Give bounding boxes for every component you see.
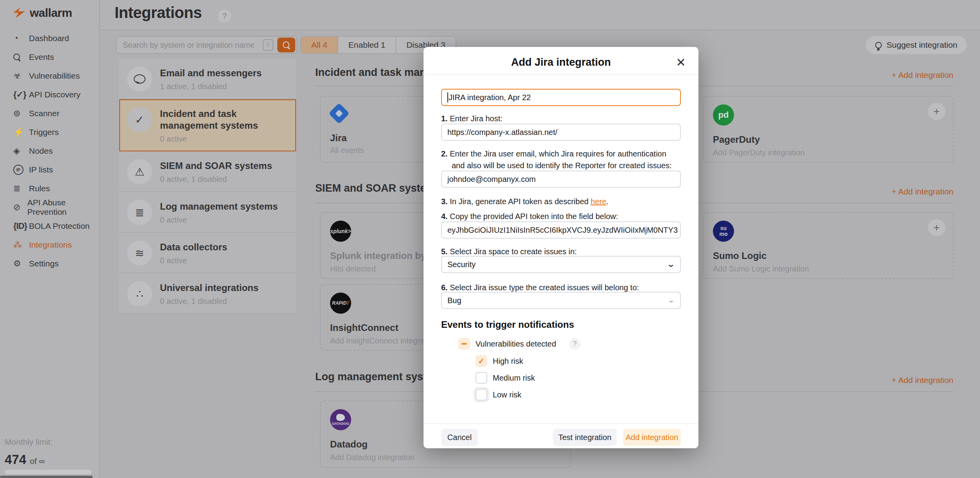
cancel-button[interactable]: Cancel: [441, 429, 478, 446]
braces-check-icon: {✓}: [13, 90, 29, 100]
add-integration-link[interactable]: + Add integration: [892, 70, 953, 80]
search-shortcut-key: /: [263, 39, 273, 51]
api-token-input[interactable]: eyJhbGciOiJIUzI1NiIsInR5cCI6IkpXVCJ9.eyJ…: [441, 221, 681, 239]
biohazard-icon: ☣: [13, 71, 29, 81]
check-icon: ✓: [127, 107, 152, 132]
monthly-limit-progressbar: [5, 470, 92, 474]
ip-circle-icon: IP: [13, 165, 29, 175]
step-3-label: 3. In Jira, generate API token as descri…: [441, 196, 693, 207]
monthly-limit-suffix: of ∞: [30, 456, 45, 465]
jira-space-select[interactable]: Security⌄: [441, 256, 681, 273]
datadog-logo-icon: DATADOG: [330, 409, 351, 430]
step-4-label: 4. Copy the provided API token into the …: [441, 210, 693, 222]
sidebar-item-api-discovery[interactable]: {✓}API Discovery: [0, 85, 99, 104]
add-integration-link[interactable]: + Add integration: [892, 376, 953, 385]
low-risk-label: Low risk: [493, 389, 521, 401]
monthly-limit: Monthly limit: 474 of ∞: [5, 437, 53, 467]
step-2-label: 2. Enter the Jira user email, which Jira…: [441, 148, 693, 171]
add-integration-link[interactable]: + Add integration: [892, 187, 953, 196]
checklist-icon: ≣: [13, 183, 29, 194]
category-email-messengers[interactable]: Email and messengers1 active, 1 disabled: [119, 59, 296, 99]
stack-icon: ≣: [127, 200, 152, 225]
splunk-logo-icon: splunk>: [330, 221, 351, 242]
sidebar-item-api-abuse-prevention[interactable]: ⊘API Abuse Prevention: [0, 198, 99, 217]
help-icon[interactable]: ?: [569, 338, 581, 350]
sidebar-item-ip-lists[interactable]: IPIP lists: [0, 160, 99, 179]
chevron-down-icon: ⌄: [667, 260, 675, 269]
modal-title: Add Jira integration: [424, 56, 698, 68]
close-icon[interactable]: ✕: [674, 56, 687, 69]
hexagon-icon: ◈: [13, 146, 29, 156]
tab-all[interactable]: All 4: [301, 37, 338, 53]
sidebar-item-scanner[interactable]: ⊚Scanner: [0, 104, 99, 123]
jira-issue-type-select[interactable]: Bug⌄: [441, 292, 681, 309]
sidebar-nav: ◔Dashboard Events ☣Vulnerabilities {✓}AP…: [0, 29, 99, 273]
integrations-icon: ⁂: [13, 240, 29, 250]
integration-name-input[interactable]: JIRA integration, Apr 22: [441, 89, 681, 106]
search-input[interactable]: Search by system or integration name /: [116, 36, 297, 54]
step-1-label: 1. Enter Jira host:: [441, 113, 693, 124]
plus-icon[interactable]: +: [928, 103, 945, 120]
page-help-icon[interactable]: ?: [218, 9, 231, 23]
search-icon: [13, 54, 29, 61]
lightbulb-icon: [875, 42, 882, 49]
here-link[interactable]: here: [591, 197, 606, 206]
test-integration-button[interactable]: Test integration: [553, 429, 617, 446]
sidebar-item-integrations[interactable]: ⁂Integrations: [0, 235, 99, 254]
vulnerabilities-detected-checkbox[interactable]: [458, 338, 470, 350]
card-sumologic[interactable]: sumo + Sumo Logic Add Sumo Logic integra…: [703, 212, 954, 279]
links-icon: ∴: [127, 281, 152, 306]
page-header: Integrations ?: [101, 0, 980, 31]
lightning-icon: ⚡: [13, 127, 29, 137]
medium-risk-checkbox[interactable]: [476, 372, 487, 384]
high-risk-checkbox[interactable]: ✓: [476, 355, 487, 367]
chevron-down-icon: ⌄: [668, 297, 675, 304]
category-data-collectors[interactable]: ≋ Data collectors0 active: [119, 233, 296, 273]
pagerduty-logo-icon: pd: [713, 104, 734, 126]
card-pagerduty[interactable]: pd + PagerDuty Add PagerDuty integration: [703, 96, 954, 163]
jira-logo-icon: [328, 103, 350, 124]
monthly-limit-value: 474 of ∞: [5, 452, 53, 467]
tab-enabled[interactable]: Enabled 1: [338, 37, 397, 53]
sidebar-item-nodes[interactable]: ◈Nodes: [0, 142, 99, 160]
sidebar-item-events[interactable]: Events: [0, 48, 99, 66]
bot-blocked-icon: ⊘: [13, 202, 27, 212]
gauge-icon: ◔: [13, 33, 29, 43]
sidebar-item-triggers[interactable]: ⚡Triggers: [0, 123, 99, 142]
database-icon: ≋: [127, 241, 152, 266]
jira-host-input[interactable]: https://company-x.atlassian.net/: [441, 124, 681, 141]
search-button[interactable]: [277, 38, 295, 52]
plus-icon[interactable]: +: [928, 219, 945, 236]
category-list: Email and messengers1 active, 1 disabled…: [119, 59, 296, 314]
sidebar-item-settings[interactable]: ⚙Settings: [0, 254, 99, 273]
check-icon: ✓: [478, 356, 485, 366]
warning-icon: ⚠: [127, 159, 152, 184]
search-icon: [283, 41, 290, 49]
category-siem-soar[interactable]: ⚠ SIEM and SOAR systems0 active, 1 disab…: [119, 151, 296, 192]
section-title-siem-soar: SIEM and SOAR systems: [315, 182, 442, 194]
monthly-limit-label: Monthly limit:: [5, 437, 53, 447]
medium-risk-label: Medium risk: [493, 372, 535, 384]
sidebar-item-dashboard[interactable]: ◔Dashboard: [0, 29, 99, 48]
sidebar-item-bola-protection[interactable]: {ID}BOLA Protection: [0, 217, 99, 235]
jira-email-input[interactable]: johndoe@companyx.com: [441, 171, 681, 188]
category-log-management[interactable]: ≣ Log management systems0 active: [119, 192, 296, 233]
sidebar-item-rules[interactable]: ≣Rules: [0, 179, 99, 198]
modal-header-divider: [424, 74, 698, 75]
low-risk-checkbox[interactable]: [476, 389, 487, 401]
sidebar: wallarm ◔Dashboard Events ☣Vulnerabiliti…: [0, 0, 100, 478]
sidebar-item-vulnerabilities[interactable]: ☣Vulnerabilities: [0, 66, 99, 85]
page-title: Integrations: [115, 4, 202, 22]
modal-footer-divider: [424, 423, 698, 424]
category-universal-integrations[interactable]: ∴ Universal integrations0 active, 1 disa…: [119, 273, 296, 314]
suggest-integration-button[interactable]: Suggest integration: [866, 36, 967, 54]
gear-icon: ⚙: [13, 259, 29, 269]
wallarm-logo: wallarm: [13, 6, 72, 20]
add-integration-button[interactable]: Add integration: [623, 429, 681, 446]
events-heading: Events to trigger notifications: [441, 319, 574, 330]
text-caret: [447, 92, 448, 102]
search-placeholder: Search by system or integration name: [123, 41, 263, 50]
horizontal-scrollbar[interactable]: [0, 476, 93, 478]
high-risk-label: High risk: [493, 355, 523, 367]
category-incident-task-management[interactable]: ✓ Incident and task management systems0 …: [119, 99, 296, 151]
